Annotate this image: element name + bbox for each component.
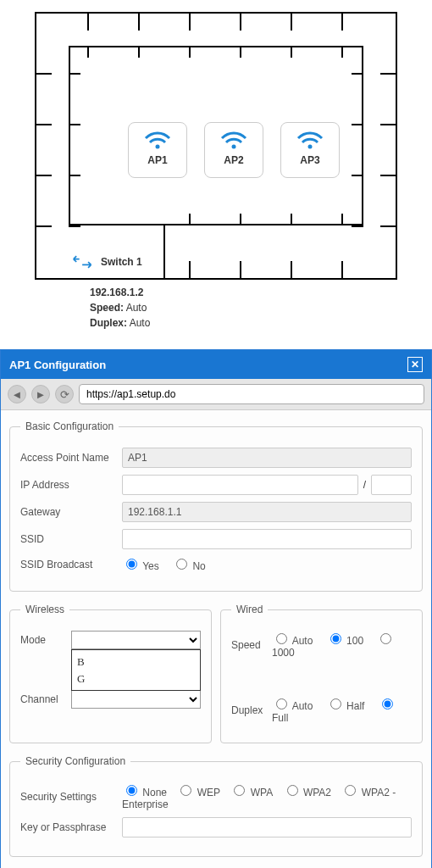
wifi-icon (219, 130, 249, 150)
wall-stub (291, 261, 292, 278)
wall-stub (36, 225, 52, 227)
sec-wpa2-text: WPA2 (303, 787, 331, 798)
duplex-half-text: Half (346, 700, 364, 712)
speed-100-text: 100 (346, 635, 363, 647)
duplex-label: Duplex (231, 704, 272, 716)
channel-select[interactable] (71, 690, 201, 709)
wall-stub (36, 175, 52, 176)
speed-label: Speed (231, 639, 272, 651)
speed-100[interactable]: 100 (326, 635, 363, 647)
ssid-no-text: No (192, 560, 205, 572)
gateway-field[interactable] (122, 502, 412, 522)
ap1-label: AP1 (129, 154, 186, 166)
mode-label: Mode (20, 634, 71, 646)
ssid-field[interactable] (122, 529, 412, 549)
security-group: Security Configuration Security Settings… (9, 755, 423, 857)
ssid-yes-text: Yes (142, 560, 159, 572)
switch-speed-label: Speed: (90, 302, 124, 314)
ssid-broadcast-no-radio[interactable] (176, 559, 187, 570)
wall-stub (189, 261, 191, 278)
sec-none[interactable]: None (122, 787, 167, 798)
wall-stub (341, 14, 343, 31)
close-icon: ✕ (411, 359, 419, 370)
wall-stub (87, 46, 89, 58)
duplex-radios: Auto Half Full (272, 696, 412, 724)
ap-name-label: Access Point Name (20, 452, 122, 464)
sec-wep[interactable]: WEP (176, 787, 220, 798)
wall-stub (291, 46, 292, 58)
nav-refresh-button[interactable]: ⟳ (55, 385, 74, 403)
duplex-half[interactable]: Half (326, 700, 365, 712)
arrow-left-icon: ◄ (12, 388, 23, 401)
switch-ip: 192.168.1.2 (90, 287, 143, 298)
ip-field[interactable] (122, 475, 358, 495)
wall-stub (380, 124, 396, 125)
mode-option-g[interactable]: G (77, 670, 195, 687)
ap-name-field[interactable] (122, 448, 412, 468)
url-input[interactable] (79, 384, 424, 404)
security-settings-label: Security Settings (20, 791, 122, 803)
duplex-full-text: Full (272, 712, 288, 724)
wall-stub (163, 225, 165, 278)
nav-forward-button[interactable]: ► (31, 385, 50, 403)
ssid-broadcast-no[interactable]: No (172, 560, 206, 572)
sec-wpa[interactable]: WPA (230, 787, 273, 798)
browser-toolbar: ◄ ► ⟳ (1, 379, 431, 410)
basic-legend: Basic Configuration (20, 420, 119, 432)
wifi-icon (142, 130, 173, 150)
wall-stub (240, 214, 241, 225)
ap2-label: AP2 (205, 154, 263, 166)
wall-stub (189, 46, 191, 58)
wall-stub (380, 175, 396, 176)
ssid-broadcast-yes[interactable]: Yes (122, 560, 159, 572)
wall-stub (69, 73, 80, 75)
wall-stub (138, 14, 140, 31)
wall-stub (240, 261, 241, 278)
svg-point-2 (308, 145, 313, 149)
wall-stub (291, 14, 292, 31)
ap1-box[interactable]: AP1 (128, 122, 187, 178)
switch-box[interactable]: Switch 1 (72, 254, 142, 270)
ip-label: IP Address (20, 479, 122, 491)
mode-option-b[interactable]: B (77, 654, 195, 670)
wall-stub (352, 73, 363, 75)
titlebar: AP1 Configuration ✕ (1, 350, 431, 379)
switch-speed-value: Auto (126, 302, 147, 314)
wall-stub (69, 175, 80, 176)
mode-select[interactable] (71, 631, 201, 649)
wired-group: Wired Speed Auto 100 1000 Duplex Auto Ha… (220, 604, 423, 743)
sec-wpa2[interactable]: WPA2 (283, 787, 331, 798)
speed-auto[interactable]: Auto (272, 635, 313, 647)
key-field[interactable] (122, 817, 412, 837)
wall-stub (69, 225, 80, 227)
ap2-box[interactable]: AP2 (204, 122, 263, 178)
key-label: Key or Passphrase (20, 821, 122, 833)
wall-stub (291, 214, 292, 225)
svg-point-1 (232, 145, 236, 149)
mode-dropdown-list[interactable]: B G (71, 649, 201, 691)
switch-info: 192.168.1.2 Speed: Auto Duplex: Auto (90, 285, 420, 331)
ap3-box[interactable]: AP3 (280, 122, 340, 178)
wall-stub (189, 214, 191, 225)
wall-stub (240, 46, 241, 58)
duplex-auto-text: Auto (292, 700, 313, 712)
security-legend: Security Configuration (20, 755, 130, 767)
wired-legend: Wired (231, 604, 268, 615)
wall-stub (138, 46, 140, 58)
ip-mask-field[interactable] (371, 475, 412, 495)
switch-duplex-label: Duplex: (90, 317, 127, 329)
wall-stub (36, 73, 52, 75)
floorplan: AP1 AP2 AP3 Switch 1 (35, 12, 397, 280)
sec-wep-text: WEP (197, 787, 220, 798)
duplex-auto[interactable]: Auto (272, 700, 313, 712)
wall-stub (341, 46, 343, 58)
nav-back-button[interactable]: ◄ (8, 385, 26, 403)
wall-stub (36, 124, 52, 125)
speed-radios: Auto 100 1000 (272, 631, 412, 659)
window-title: AP1 Configuration (9, 359, 106, 371)
wall-stub (240, 14, 241, 31)
ssid-broadcast-yes-radio[interactable] (126, 559, 137, 570)
speed-auto-text: Auto (292, 635, 313, 647)
window-close-button[interactable]: ✕ (407, 357, 423, 372)
wall-stub (341, 261, 343, 278)
